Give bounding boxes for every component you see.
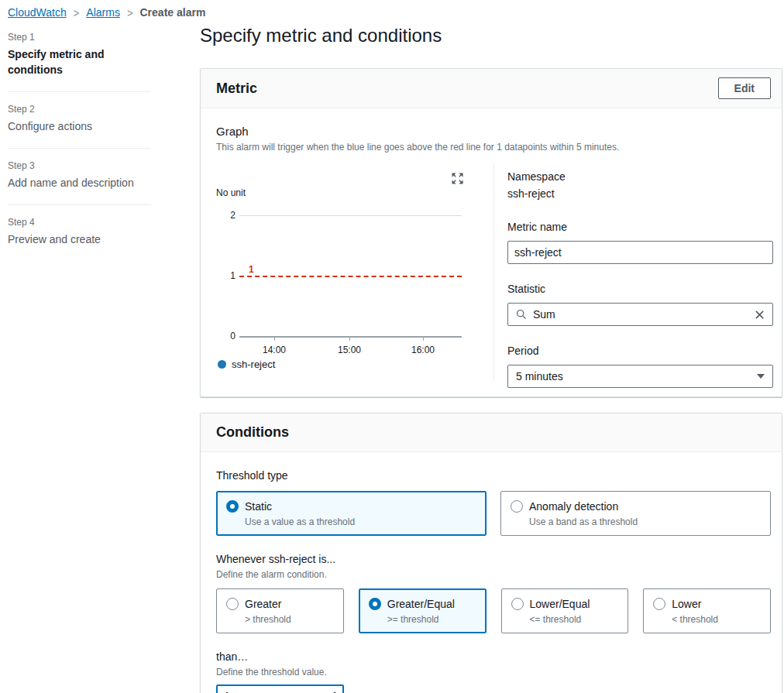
option-description: <= threshold xyxy=(530,613,590,626)
metric-name-label: Metric name xyxy=(507,219,773,235)
conditions-card-header: Conditions xyxy=(201,413,782,452)
statistic-value: Sum xyxy=(533,308,748,321)
graph-section-description: This alarm will trigger when the blue li… xyxy=(216,141,771,153)
threshold-line xyxy=(239,276,462,277)
statistic-label: Statistic xyxy=(507,281,773,297)
step-number: Step 4 xyxy=(8,216,151,228)
breadcrumb-alarms-link[interactable]: Alarms xyxy=(86,6,120,19)
x-axis-tick: 16:00 xyxy=(406,345,440,355)
gridline-y2 xyxy=(239,215,462,216)
y-axis-tick: 0 xyxy=(216,331,236,341)
option-name: Lower xyxy=(672,596,718,612)
threshold-type-static-option[interactable]: Static Use a value as a threshold xyxy=(216,491,487,536)
option-description: >= threshold xyxy=(387,613,455,626)
metric-name-input[interactable] xyxy=(507,241,773,264)
sidebar-step-2: Step 2 Configure actions xyxy=(8,92,151,149)
condition-lower-option[interactable]: Lower < threshold xyxy=(643,588,771,633)
statistic-input[interactable]: Sum xyxy=(507,303,773,326)
metric-name-field: Metric name xyxy=(507,219,773,264)
clear-icon[interactable] xyxy=(755,310,765,320)
period-field: Period 5 minutes xyxy=(507,343,773,388)
threshold-value-label: than… xyxy=(216,649,771,664)
period-select[interactable]: 5 minutes xyxy=(507,365,773,388)
radio-checked-icon[interactable] xyxy=(226,500,239,513)
sidebar-step-1: Step 1 Specify metric and conditions xyxy=(8,23,151,92)
radio-unchecked-icon[interactable] xyxy=(226,598,239,610)
threshold-value-description: Define the threshold value. xyxy=(216,666,771,678)
step-number: Step 2 xyxy=(8,103,151,115)
step-label: Configure actions xyxy=(8,118,151,134)
radio-unchecked-icon[interactable] xyxy=(511,500,523,513)
sidebar-step-3: Step 3 Add name and description xyxy=(8,149,151,205)
expand-graph-icon[interactable] xyxy=(451,172,463,184)
x-axis-tick: 15:00 xyxy=(332,345,366,355)
search-icon xyxy=(516,309,527,320)
step-number: Step 3 xyxy=(8,160,151,172)
breadcrumb-current-page: Create alarm xyxy=(140,6,206,19)
x-axis-tick-mark xyxy=(423,338,424,341)
graph-section-label: Graph xyxy=(216,124,771,139)
namespace-field: Namespace ssh-reject xyxy=(507,169,773,200)
radio-unchecked-icon[interactable] xyxy=(653,598,665,610)
step-label: Specify metric and conditions xyxy=(8,46,151,77)
x-axis-line xyxy=(239,336,462,338)
option-name: Greater/Equal xyxy=(387,596,455,612)
option-name: Greater xyxy=(245,596,291,612)
metric-fields: Namespace ssh-reject Metric name Statist… xyxy=(493,163,773,381)
threshold-value-group: than… Define the threshold value. Must b… xyxy=(216,649,771,693)
step-number: Step 1 xyxy=(8,31,151,43)
steps-sidebar: Step 1 Specify metric and conditions Ste… xyxy=(0,19,194,693)
condition-description: Define the alarm condition. xyxy=(216,568,771,581)
breadcrumb-cloudwatch-link[interactable]: CloudWatch xyxy=(8,6,67,19)
option-description: Use a band as a threshold xyxy=(529,516,638,528)
condition-greater-option[interactable]: Greater > threshold xyxy=(216,588,344,633)
option-name: Lower/Equal xyxy=(530,596,590,612)
period-value: 5 minutes xyxy=(516,370,751,383)
metric-card-body: Graph This alarm will trigger when the b… xyxy=(201,108,782,396)
breadcrumb-separator-icon: > xyxy=(127,5,133,19)
metric-preview-chart: No unit 2 1 1 0 14:00 15:00 16:00 xyxy=(216,163,493,381)
alarm-condition-group: Whenever ssh-reject is... Define the ala… xyxy=(216,551,771,633)
breadcrumb: CloudWatch > Alarms > Create alarm xyxy=(0,0,784,19)
conditions-card-title: Conditions xyxy=(216,424,289,441)
metric-card-header: Metric Edit xyxy=(201,69,782,108)
sidebar-step-4: Step 4 Preview and create xyxy=(8,205,151,261)
option-name: Anomaly detection xyxy=(529,499,638,514)
threshold-value-input[interactable] xyxy=(216,684,344,693)
namespace-value: ssh-reject xyxy=(507,187,773,200)
option-description: < threshold xyxy=(672,613,718,626)
y-axis-tick: 1 xyxy=(216,270,236,281)
legend-series-label: ssh-reject xyxy=(232,359,275,370)
condition-greater-equal-option[interactable]: Greater/Equal >= threshold xyxy=(359,588,487,633)
x-axis-tick: 14:00 xyxy=(257,345,291,355)
radio-checked-icon[interactable] xyxy=(369,598,381,610)
radio-unchecked-icon[interactable] xyxy=(511,598,524,610)
threshold-type-group: Threshold type Static Use a value as a t… xyxy=(216,468,771,536)
x-axis-tick-mark xyxy=(349,338,350,341)
conditions-card-body: Threshold type Static Use a value as a t… xyxy=(201,452,782,693)
metric-card-title: Metric xyxy=(216,81,257,97)
conditions-card: Conditions Threshold type Static Use a v… xyxy=(200,413,782,693)
metric-card: Metric Edit Graph This alarm will trigge… xyxy=(200,68,782,397)
statistic-field: Statistic Sum xyxy=(507,281,773,326)
step-label: Add name and description xyxy=(8,175,151,190)
y-axis-tick: 2 xyxy=(216,210,236,221)
condition-lower-equal-option[interactable]: Lower/Equal <= threshold xyxy=(501,588,629,633)
threshold-type-anomaly-option[interactable]: Anomaly detection Use a band as a thresh… xyxy=(500,491,771,536)
breadcrumb-separator-icon: > xyxy=(74,5,80,19)
period-label: Period xyxy=(507,343,773,359)
caret-down-icon xyxy=(757,374,765,379)
threshold-annotation: 1 xyxy=(249,264,254,275)
step-label: Preview and create xyxy=(8,232,151,247)
namespace-label: Namespace xyxy=(507,169,773,184)
option-description: > threshold xyxy=(245,613,291,626)
edit-metric-button[interactable]: Edit xyxy=(718,77,771,99)
legend-series-dot xyxy=(218,360,226,369)
condition-label: Whenever ssh-reject is... xyxy=(216,551,771,567)
option-description: Use a value as a threshold xyxy=(245,516,355,528)
option-name: Static xyxy=(245,499,355,514)
stepper-icon[interactable] xyxy=(332,684,338,693)
page-title: Specify metric and conditions xyxy=(200,23,784,48)
chart-unit-label: No unit xyxy=(216,187,246,198)
x-axis-tick-mark xyxy=(274,338,275,341)
